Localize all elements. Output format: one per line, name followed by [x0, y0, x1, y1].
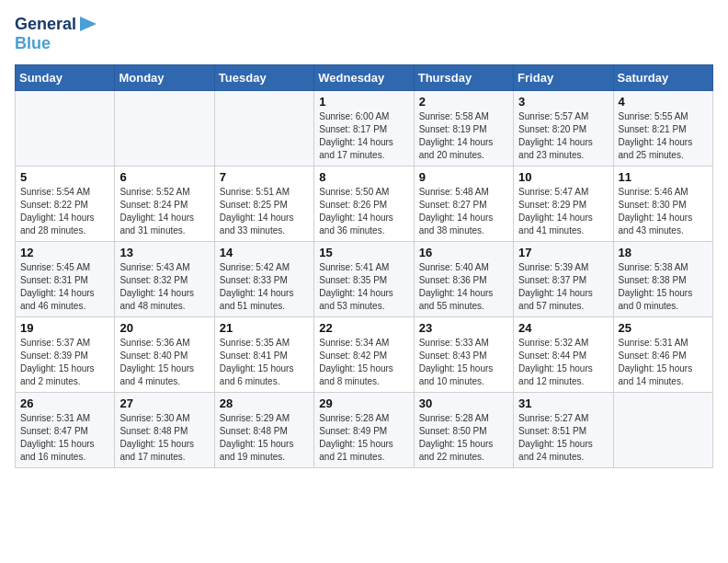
calendar-header-tuesday: Tuesday: [214, 64, 313, 90]
day-number: 9: [419, 170, 508, 184]
calendar-header-friday: Friday: [514, 64, 613, 90]
day-sun-info: Sunrise: 5:28 AM Sunset: 8:49 PM Dayligh…: [319, 412, 408, 464]
day-number: 22: [319, 321, 408, 335]
day-number: 25: [619, 321, 708, 335]
calendar-day-2: 2Sunrise: 5:58 AM Sunset: 8:19 PM Daylig…: [414, 90, 513, 166]
day-number: 3: [518, 95, 608, 109]
calendar-week-row: 5Sunrise: 5:54 AM Sunset: 8:22 PM Daylig…: [16, 166, 713, 241]
calendar-day-3: 3Sunrise: 5:57 AM Sunset: 8:20 PM Daylig…: [514, 90, 613, 166]
day-number: 24: [518, 321, 608, 335]
day-number: 21: [220, 321, 309, 335]
day-number: 11: [619, 170, 708, 184]
calendar-day-28: 28Sunrise: 5:29 AM Sunset: 8:48 PM Dayli…: [214, 392, 313, 467]
calendar-day-30: 30Sunrise: 5:28 AM Sunset: 8:50 PM Dayli…: [414, 392, 513, 467]
calendar-day-15: 15Sunrise: 5:41 AM Sunset: 8:35 PM Dayli…: [314, 241, 414, 316]
calendar-week-row: 1Sunrise: 6:00 AM Sunset: 8:17 PM Daylig…: [16, 90, 713, 166]
calendar-header-sunday: Sunday: [16, 64, 115, 90]
calendar-week-row: 12Sunrise: 5:45 AM Sunset: 8:31 PM Dayli…: [16, 241, 713, 316]
day-number: 12: [20, 246, 109, 259]
day-number: 2: [419, 95, 508, 109]
day-sun-info: Sunrise: 5:42 AM Sunset: 8:33 PM Dayligh…: [220, 261, 309, 313]
day-number: 26: [20, 396, 109, 410]
calendar-empty-cell: [214, 90, 313, 166]
day-number: 13: [119, 246, 209, 259]
calendar-day-19: 19Sunrise: 5:37 AM Sunset: 8:39 PM Dayli…: [16, 316, 115, 392]
day-sun-info: Sunrise: 5:28 AM Sunset: 8:50 PM Dayligh…: [419, 412, 508, 464]
day-number: 23: [419, 321, 508, 335]
day-sun-info: Sunrise: 5:35 AM Sunset: 8:41 PM Dayligh…: [220, 337, 309, 388]
logo-text-line2: Blue: [15, 35, 51, 53]
day-sun-info: Sunrise: 5:41 AM Sunset: 8:35 PM Dayligh…: [319, 261, 408, 313]
calendar-day-21: 21Sunrise: 5:35 AM Sunset: 8:41 PM Dayli…: [214, 316, 313, 392]
calendar-day-25: 25Sunrise: 5:31 AM Sunset: 8:46 PM Dayli…: [613, 316, 712, 392]
day-number: 31: [518, 396, 608, 410]
day-sun-info: Sunrise: 5:54 AM Sunset: 8:22 PM Dayligh…: [20, 186, 109, 237]
svg-marker-0: [80, 17, 97, 31]
calendar-day-23: 23Sunrise: 5:33 AM Sunset: 8:43 PM Dayli…: [414, 316, 513, 392]
day-number: 27: [119, 396, 209, 410]
calendar-day-13: 13Sunrise: 5:43 AM Sunset: 8:32 PM Dayli…: [115, 241, 214, 316]
day-number: 30: [419, 396, 508, 410]
calendar-day-24: 24Sunrise: 5:32 AM Sunset: 8:44 PM Dayli…: [514, 316, 613, 392]
calendar-header-monday: Monday: [115, 64, 214, 90]
calendar-header-thursday: Thursday: [414, 64, 513, 90]
calendar-day-14: 14Sunrise: 5:42 AM Sunset: 8:33 PM Dayli…: [214, 241, 313, 316]
calendar-day-29: 29Sunrise: 5:28 AM Sunset: 8:49 PM Dayli…: [314, 392, 414, 467]
day-sun-info: Sunrise: 5:37 AM Sunset: 8:39 PM Dayligh…: [20, 337, 109, 388]
day-sun-info: Sunrise: 5:30 AM Sunset: 8:48 PM Dayligh…: [119, 412, 209, 464]
day-sun-info: Sunrise: 5:31 AM Sunset: 8:46 PM Dayligh…: [619, 337, 708, 388]
day-number: 28: [220, 396, 309, 410]
day-number: 1: [319, 95, 408, 109]
day-number: 10: [518, 170, 608, 184]
day-sun-info: Sunrise: 5:51 AM Sunset: 8:25 PM Dayligh…: [220, 186, 309, 237]
day-sun-info: Sunrise: 5:40 AM Sunset: 8:36 PM Dayligh…: [419, 261, 508, 313]
calendar-day-1: 1Sunrise: 6:00 AM Sunset: 8:17 PM Daylig…: [314, 90, 414, 166]
day-sun-info: Sunrise: 5:50 AM Sunset: 8:26 PM Dayligh…: [319, 186, 408, 237]
calendar-table: SundayMondayTuesdayWednesdayThursdayFrid…: [15, 64, 713, 468]
day-number: 6: [119, 170, 209, 184]
day-sun-info: Sunrise: 5:55 AM Sunset: 8:21 PM Dayligh…: [619, 110, 708, 162]
calendar-day-7: 7Sunrise: 5:51 AM Sunset: 8:25 PM Daylig…: [214, 166, 313, 241]
calendar-day-6: 6Sunrise: 5:52 AM Sunset: 8:24 PM Daylig…: [115, 166, 214, 241]
day-number: 4: [619, 95, 708, 109]
day-sun-info: Sunrise: 5:33 AM Sunset: 8:43 PM Dayligh…: [419, 337, 508, 388]
calendar-day-8: 8Sunrise: 5:50 AM Sunset: 8:26 PM Daylig…: [314, 166, 414, 241]
day-sun-info: Sunrise: 5:57 AM Sunset: 8:20 PM Dayligh…: [518, 110, 608, 162]
day-number: 17: [518, 246, 608, 259]
calendar-day-11: 11Sunrise: 5:46 AM Sunset: 8:30 PM Dayli…: [613, 166, 712, 241]
calendar-day-17: 17Sunrise: 5:39 AM Sunset: 8:37 PM Dayli…: [514, 241, 613, 316]
calendar-day-27: 27Sunrise: 5:30 AM Sunset: 8:48 PM Dayli…: [115, 392, 214, 467]
day-sun-info: Sunrise: 5:32 AM Sunset: 8:44 PM Dayligh…: [518, 337, 608, 388]
day-sun-info: Sunrise: 5:47 AM Sunset: 8:29 PM Dayligh…: [518, 186, 608, 237]
logo-text-line1: General: [15, 16, 76, 34]
day-sun-info: Sunrise: 5:29 AM Sunset: 8:48 PM Dayligh…: [220, 412, 309, 464]
calendar-day-9: 9Sunrise: 5:48 AM Sunset: 8:27 PM Daylig…: [414, 166, 513, 241]
calendar-week-row: 26Sunrise: 5:31 AM Sunset: 8:47 PM Dayli…: [16, 392, 713, 467]
day-sun-info: Sunrise: 5:34 AM Sunset: 8:42 PM Dayligh…: [319, 337, 408, 388]
calendar-header-row: SundayMondayTuesdayWednesdayThursdayFrid…: [16, 64, 713, 90]
day-sun-info: Sunrise: 5:27 AM Sunset: 8:51 PM Dayligh…: [518, 412, 608, 464]
calendar-header-saturday: Saturday: [613, 64, 712, 90]
day-sun-info: Sunrise: 5:36 AM Sunset: 8:40 PM Dayligh…: [119, 337, 209, 388]
calendar-day-16: 16Sunrise: 5:40 AM Sunset: 8:36 PM Dayli…: [414, 241, 513, 316]
calendar-day-12: 12Sunrise: 5:45 AM Sunset: 8:31 PM Dayli…: [16, 241, 115, 316]
day-sun-info: Sunrise: 6:00 AM Sunset: 8:17 PM Dayligh…: [319, 110, 408, 162]
day-number: 15: [319, 246, 408, 259]
day-number: 20: [119, 321, 209, 335]
day-sun-info: Sunrise: 5:52 AM Sunset: 8:24 PM Dayligh…: [119, 186, 209, 237]
day-number: 29: [319, 396, 408, 410]
calendar-day-22: 22Sunrise: 5:34 AM Sunset: 8:42 PM Dayli…: [314, 316, 414, 392]
calendar-empty-cell: [613, 392, 712, 467]
calendar-day-20: 20Sunrise: 5:36 AM Sunset: 8:40 PM Dayli…: [115, 316, 214, 392]
calendar-day-31: 31Sunrise: 5:27 AM Sunset: 8:51 PM Dayli…: [514, 392, 613, 467]
logo-arrow-icon: [80, 17, 97, 31]
calendar-day-18: 18Sunrise: 5:38 AM Sunset: 8:38 PM Dayli…: [613, 241, 712, 316]
day-sun-info: Sunrise: 5:45 AM Sunset: 8:31 PM Dayligh…: [20, 261, 109, 313]
page-header: General Blue: [15, 15, 713, 53]
calendar-empty-cell: [16, 90, 115, 166]
day-number: 14: [220, 246, 309, 259]
day-sun-info: Sunrise: 5:58 AM Sunset: 8:19 PM Dayligh…: [419, 110, 508, 162]
calendar-day-4: 4Sunrise: 5:55 AM Sunset: 8:21 PM Daylig…: [613, 90, 712, 166]
calendar-day-5: 5Sunrise: 5:54 AM Sunset: 8:22 PM Daylig…: [16, 166, 115, 241]
day-sun-info: Sunrise: 5:31 AM Sunset: 8:47 PM Dayligh…: [20, 412, 109, 464]
